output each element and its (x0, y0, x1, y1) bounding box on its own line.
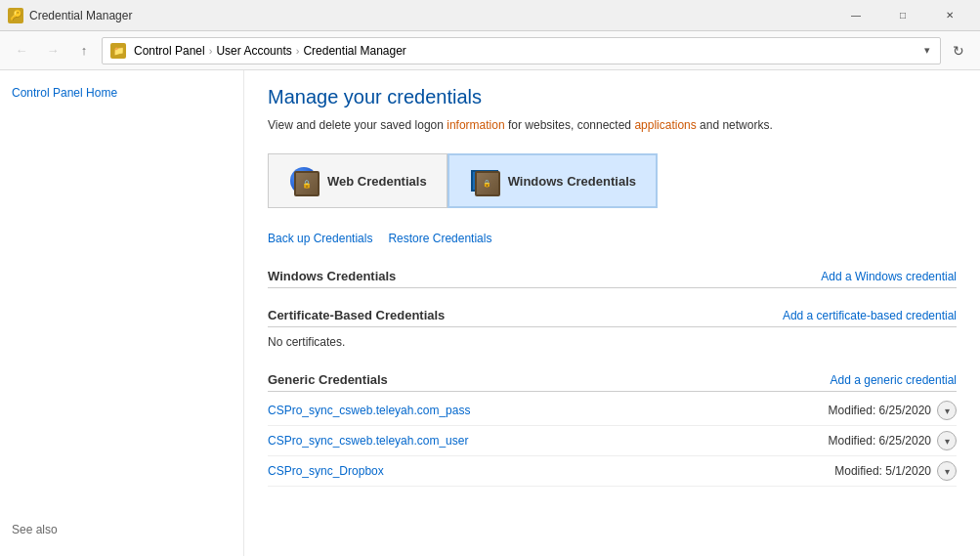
tab-web-credentials[interactable]: 🌐 🔒 Web Credentials (268, 153, 447, 208)
action-links: Back up Credentials Restore Credentials (268, 232, 957, 245)
expand-btn-2[interactable]: ▾ (937, 461, 957, 481)
windows-credentials-label: Windows Credentials (508, 174, 636, 189)
windows-credentials-section-title: Windows Credentials (268, 269, 396, 283)
content-area: Manage your credentials View and delete … (244, 70, 980, 556)
tab-windows-credentials[interactable]: 🖥 🔒 Windows Credentials (447, 153, 658, 208)
app-icon: 🔑 (8, 8, 23, 23)
add-generic-credential-link[interactable]: Add a generic credential (831, 373, 957, 387)
cert-credentials-section-title: Certificate-Based Credentials (268, 308, 445, 322)
add-windows-credential-link[interactable]: Add a Windows credential (821, 270, 957, 283)
address-bar: ← → ↑ 📁 Control Panel › User Accounts › … (0, 31, 980, 70)
cred-item-right-2: Modified: 5/1/2020 ▾ (834, 461, 957, 481)
cred-item-date-2: Modified: 5/1/2020 (834, 464, 931, 478)
cert-credentials-section: Certificate-Based Credentials Add a cert… (268, 304, 957, 353)
safe-icon-web: 🔒 (294, 171, 320, 196)
cred-item-date-0: Modified: 6/25/2020 (829, 404, 931, 417)
safe-icon-win: 🔒 (475, 171, 500, 196)
cred-item-name-2[interactable]: CSPro_sync_Dropbox (268, 464, 384, 478)
breadcrumb: Control Panel › User Accounts › Credenti… (134, 44, 918, 58)
sidebar-link-control-panel-home[interactable]: Control Panel Home (12, 86, 232, 100)
windows-credentials-icon: 🖥 🔒 (469, 165, 500, 196)
page-description: View and delete your saved logon informa… (268, 116, 957, 134)
cred-item-date-1: Modified: 6/25/2020 (829, 434, 931, 448)
see-also-label: See also (12, 523, 58, 536)
forward-button[interactable]: → (39, 37, 66, 64)
folder-icon: 📁 (110, 43, 126, 59)
highlight-apps: applications (634, 118, 696, 132)
page-title: Manage your credentials (268, 86, 957, 108)
cert-credentials-header: Certificate-Based Credentials Add a cert… (268, 304, 957, 327)
window-controls: — □ ✕ (833, 0, 972, 31)
breadcrumb-user-accounts[interactable]: User Accounts (216, 44, 291, 58)
cred-item-right-0: Modified: 6/25/2020 ▾ (829, 401, 957, 420)
address-dropdown-button[interactable]: ▾ (922, 42, 932, 59)
cred-item-0: CSPro_sync_csweb.teleyah.com_pass Modifi… (268, 396, 957, 426)
windows-credentials-header: Windows Credentials Add a Windows creden… (268, 265, 957, 288)
generic-credentials-header: Generic Credentials Add a generic creden… (268, 368, 957, 392)
web-credentials-label: Web Credentials (327, 174, 427, 189)
title-bar-text: Credential Manager (29, 9, 132, 22)
cred-item-name-1[interactable]: CSPro_sync_csweb.teleyah.com_user (268, 434, 468, 448)
cred-item-1: CSPro_sync_csweb.teleyah.com_user Modifi… (268, 426, 957, 456)
back-button[interactable]: ← (8, 37, 35, 64)
minimize-button[interactable]: — (833, 0, 878, 31)
maximize-button[interactable]: □ (880, 0, 925, 31)
generic-credentials-section-title: Generic Credentials (268, 372, 388, 387)
cred-item-2: CSPro_sync_Dropbox Modified: 5/1/2020 ▾ (268, 456, 957, 487)
refresh-button[interactable]: ↻ (945, 37, 972, 64)
cred-item-name-0[interactable]: CSPro_sync_csweb.teleyah.com_pass (268, 404, 470, 417)
windows-credentials-section: Windows Credentials Add a Windows creden… (268, 265, 957, 288)
sidebar: Control Panel Home See also (0, 70, 244, 556)
no-certificates-text: No certificates. (268, 331, 957, 353)
restore-credentials-link[interactable]: Restore Credentials (388, 232, 491, 245)
expand-btn-0[interactable]: ▾ (937, 401, 957, 420)
sep1: › (209, 45, 213, 57)
expand-btn-1[interactable]: ▾ (937, 431, 957, 450)
breadcrumb-control-panel[interactable]: Control Panel (134, 44, 205, 58)
address-field[interactable]: 📁 Control Panel › User Accounts › Creden… (102, 37, 941, 64)
generic-credentials-section: Generic Credentials Add a generic creden… (268, 368, 957, 487)
credential-tabs: 🌐 🔒 Web Credentials 🖥 🔒 Windows Credenti… (268, 153, 957, 208)
highlight-info: information (447, 118, 504, 132)
breadcrumb-current: Credential Manager (303, 44, 405, 58)
main-container: Control Panel Home See also Manage your … (0, 70, 980, 556)
close-button[interactable]: ✕ (927, 0, 972, 31)
web-credentials-icon: 🌐 🔒 (288, 165, 320, 196)
add-cert-credential-link[interactable]: Add a certificate-based credential (783, 309, 957, 322)
cred-item-right-1: Modified: 6/25/2020 ▾ (829, 431, 957, 450)
backup-credentials-link[interactable]: Back up Credentials (268, 232, 372, 245)
title-bar: 🔑 Credential Manager — □ ✕ (0, 0, 980, 31)
sep2: › (296, 45, 300, 57)
up-button[interactable]: ↑ (70, 37, 98, 64)
